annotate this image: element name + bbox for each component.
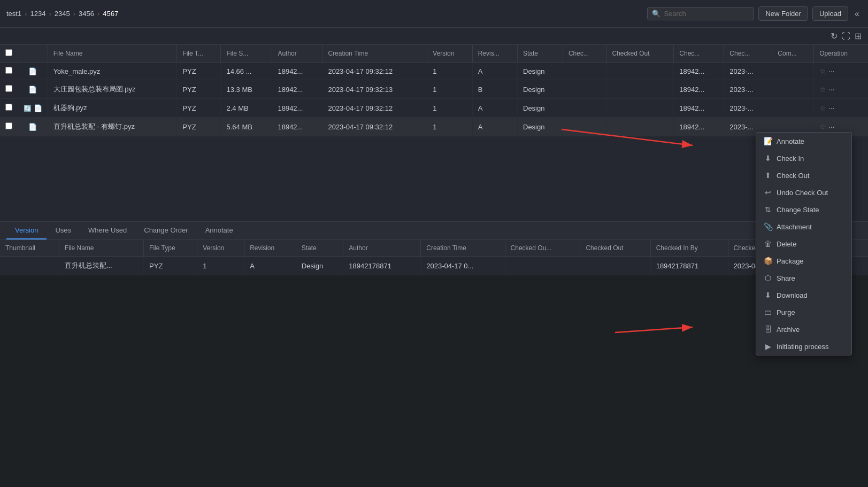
context-menu-item-attachment[interactable]: 📎 Attachment	[756, 218, 851, 235]
vrow-version: 1	[197, 257, 244, 275]
menu-item-label: Delete	[777, 240, 797, 248]
sync-icon: 🔄	[24, 105, 32, 112]
breadcrumb-root[interactable]: test1	[6, 10, 21, 18]
row-icon-cell: 📄	[18, 118, 48, 136]
row-creation-time: 2023-04-17 09:32:12	[322, 118, 427, 136]
row-chec2: 18942...	[674, 118, 724, 136]
th-file-name: File Name	[48, 45, 177, 63]
menu-item-label: Package	[777, 257, 804, 265]
row-state: Design	[518, 118, 563, 136]
context-menu-item-purge[interactable]: 🗃 Purge	[756, 304, 851, 321]
search-input[interactable]	[664, 10, 744, 18]
star-button[interactable]: ☆	[819, 122, 826, 131]
row-comment	[772, 99, 814, 118]
row-creation-time: 2023-04-17 09:32:12	[322, 99, 427, 118]
header-checkbox-cell	[0, 45, 18, 63]
th-checked-out: Checked Out	[606, 45, 674, 63]
tab-change-order[interactable]: Change Order	[135, 222, 196, 239]
file-table: File Name File T... File S... Author Cre…	[0, 45, 868, 136]
menu-item-icon: ↩	[764, 188, 772, 197]
more-button[interactable]: ···	[828, 85, 835, 94]
row-operation: ☆ ···	[814, 80, 868, 99]
row-state: Design	[518, 80, 563, 99]
menu-item-icon: ⇅	[764, 205, 772, 214]
breadcrumb-current[interactable]: 4567	[103, 10, 118, 18]
upload-button[interactable]: Upload	[812, 6, 848, 21]
row-checkbox[interactable]	[5, 122, 12, 129]
header: test1 › 1234 › 2345 › 3456 › 4567 🔍 New …	[0, 0, 868, 28]
menu-item-icon: 🗄	[764, 325, 772, 334]
breadcrumb-1[interactable]: 1234	[30, 10, 46, 18]
vth-author: Author	[343, 240, 421, 257]
th-file-size: File S...	[221, 45, 272, 63]
refresh-icon[interactable]: ↻	[831, 31, 838, 41]
context-menu-item-check-out[interactable]: ⬆ Check Out	[756, 167, 851, 184]
version-row: 直升机总装配... PYZ 1 A Design 18942178871 202…	[0, 257, 868, 275]
select-all-checkbox[interactable]	[5, 49, 12, 56]
context-menu-item-change-state[interactable]: ⇅ Change State	[756, 201, 851, 218]
breadcrumb: test1 › 1234 › 2345 › 3456 › 4567	[6, 10, 118, 18]
menu-item-icon: ⬇	[764, 154, 772, 163]
row-file-type: PYZ	[177, 63, 221, 80]
new-folder-button[interactable]: New Folder	[758, 6, 808, 21]
row-author: 18942...	[272, 99, 322, 118]
more-button[interactable]: ···	[828, 67, 835, 75]
row-checkbox[interactable]	[5, 85, 12, 92]
row-chec2: 18942...	[674, 80, 724, 99]
context-menu-item-download[interactable]: ⬇ Download	[756, 287, 851, 304]
menu-item-label: Annotate	[777, 137, 804, 145]
menu-item-label: Purge	[777, 308, 795, 316]
row-state: Design	[518, 99, 563, 118]
row-chec2: 18942...	[674, 99, 724, 118]
menu-item-icon: 📝	[764, 137, 772, 145]
context-menu-item-check-in[interactable]: ⬇ Check In	[756, 150, 851, 167]
row-icon-cell: 📄	[18, 80, 48, 99]
search-box[interactable]: 🔍	[647, 7, 754, 20]
row-revision: B	[472, 80, 517, 99]
th-creation-time: Creation Time	[322, 45, 427, 63]
breadcrumb-3[interactable]: 3456	[79, 10, 94, 18]
grid-icon[interactable]: ⊞	[855, 31, 862, 41]
menu-item-icon: 🗑	[764, 239, 772, 248]
row-file-type: PYZ	[177, 118, 221, 136]
row-version: 1	[427, 63, 472, 80]
row-file-name: Yoke_male.pyz	[48, 63, 177, 80]
collapse-icon[interactable]: «	[852, 7, 862, 21]
row-checkbox[interactable]	[5, 67, 12, 74]
context-menu-item-share[interactable]: ⬡ Share	[756, 269, 851, 287]
context-menu-item-archive[interactable]: 🗄 Archive	[756, 321, 851, 338]
tab-uses[interactable]: Uses	[47, 222, 80, 239]
star-button[interactable]: ☆	[819, 85, 826, 94]
tab-version[interactable]: Version	[6, 222, 47, 239]
breadcrumb-2[interactable]: 2345	[55, 10, 70, 18]
table-row: 📄 直升机总装配 - 有螺钉.pyz PYZ 5.64 MB 18942... …	[0, 118, 868, 136]
tab-annotate[interactable]: Annotate	[197, 222, 242, 239]
file-icon: 📄	[28, 86, 37, 94]
vth-thumbnail: Thumbnail	[0, 240, 59, 257]
context-menu-item-package[interactable]: 📦 Package	[756, 252, 851, 269]
context-menu-item-annotate[interactable]: 📝 Annotate	[756, 133, 851, 150]
th-file-type: File T...	[177, 45, 221, 63]
vrow-creation-time: 2023-04-17 0...	[421, 257, 505, 275]
vrow-checked-out-by	[505, 257, 580, 275]
row-checked-out	[606, 63, 674, 80]
context-menu-item-delete[interactable]: 🗑 Delete	[756, 235, 851, 252]
row-state: Design	[518, 63, 563, 80]
toolbar: ↻ ⛶ ⊞	[0, 28, 868, 45]
star-button[interactable]: ☆	[819, 67, 826, 75]
row-chec3: 2023-...	[724, 99, 772, 118]
row-file-size: 13.3 MB	[221, 80, 272, 99]
row-author: 18942...	[272, 118, 322, 136]
row-checkbox[interactable]	[5, 104, 12, 111]
menu-item-icon: ⬇	[764, 291, 772, 299]
row-checkbox-cell	[0, 63, 18, 80]
more-button[interactable]: ···	[828, 104, 835, 112]
more-button[interactable]: ···	[828, 122, 835, 131]
context-menu-item-undo-check-out[interactable]: ↩ Undo Check Out	[756, 184, 851, 201]
menu-item-label: Check Out	[777, 172, 809, 180]
row-version: 1	[427, 80, 472, 99]
star-button[interactable]: ☆	[819, 104, 826, 112]
context-menu-item-initiating-process[interactable]: ▶ Initiating process	[756, 338, 851, 355]
expand-icon[interactable]: ⛶	[842, 32, 850, 41]
tab-where-used[interactable]: Where Used	[80, 222, 135, 239]
